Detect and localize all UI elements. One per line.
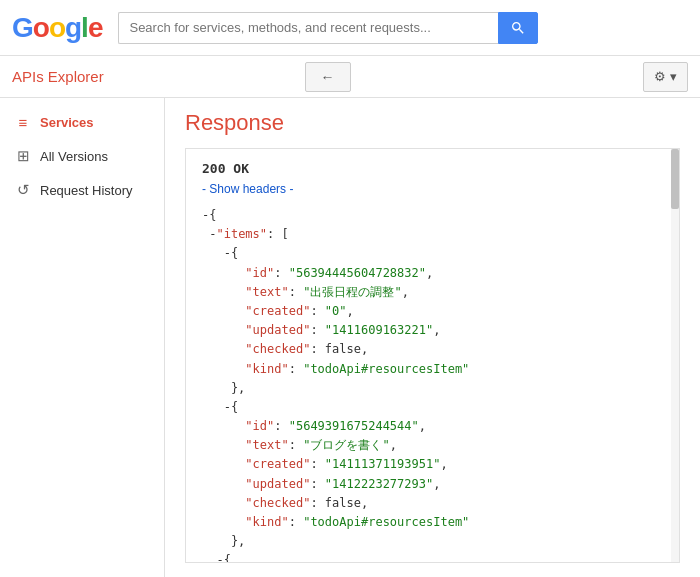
header: Google (0, 0, 700, 56)
scrollbar[interactable] (671, 149, 679, 562)
sub-header: APIs Explorer ← ⚙ ▾ (0, 56, 700, 98)
settings-button[interactable]: ⚙ ▾ (643, 62, 688, 92)
page-title: Response (185, 110, 680, 136)
json-line: "text": "出張日程の調整", (202, 283, 663, 302)
back-button[interactable]: ← (305, 62, 351, 92)
response-box: 200 OK - Show headers - -{ -"items": [ -… (185, 148, 680, 563)
json-line: -{ (202, 551, 663, 563)
apis-explorer-label: APIs Explorer (12, 68, 305, 85)
json-line: -{ (202, 206, 663, 225)
json-content: -{ -"items": [ -{ "id": "563944456047288… (202, 206, 663, 563)
grid-icon: ⊞ (14, 147, 32, 165)
back-icon: ← (321, 69, 335, 85)
json-line: "created": "14111371193951", (202, 455, 663, 474)
google-logo: Google (12, 12, 102, 44)
content-area: Response 200 OK - Show headers - -{ -"it… (165, 98, 700, 577)
json-line: "created": "0", (202, 302, 663, 321)
sidebar-item-label: Request History (40, 183, 132, 198)
sidebar-item-services[interactable]: ≡ Services (0, 106, 164, 139)
search-button[interactable] (498, 12, 538, 44)
json-line: "updated": "1412223277293", (202, 475, 663, 494)
search-input[interactable] (118, 12, 498, 44)
status-line: 200 OK (202, 161, 663, 176)
json-line: -"items": [ (202, 225, 663, 244)
list-icon: ≡ (14, 114, 32, 131)
json-line: }, (202, 379, 663, 398)
search-icon (510, 20, 526, 36)
json-line: "checked": false, (202, 494, 663, 513)
json-line: "id": "56394445604728832", (202, 264, 663, 283)
json-line: }, (202, 532, 663, 551)
search-bar (118, 12, 538, 44)
dropdown-arrow-icon: ▾ (670, 69, 677, 84)
sidebar: ≡ Services ⊞ All Versions ↺ Request Hist… (0, 98, 165, 577)
json-line: -{ (202, 244, 663, 263)
sidebar-item-request-history[interactable]: ↺ Request History (0, 173, 164, 207)
json-line: "checked": false, (202, 340, 663, 359)
json-line: "id": "5649391675244544", (202, 417, 663, 436)
sidebar-item-label: Services (40, 115, 94, 130)
show-headers-link[interactable]: - Show headers - (202, 182, 663, 196)
json-line: "updated": "1411609163221", (202, 321, 663, 340)
scrollbar-thumb[interactable] (671, 149, 679, 209)
history-icon: ↺ (14, 181, 32, 199)
sidebar-item-label: All Versions (40, 149, 108, 164)
sidebar-item-all-versions[interactable]: ⊞ All Versions (0, 139, 164, 173)
main-layout: ≡ Services ⊞ All Versions ↺ Request Hist… (0, 98, 700, 577)
json-line: "kind": "todoApi#resourcesItem" (202, 360, 663, 379)
json-line: "text": "ブログを書く", (202, 436, 663, 455)
json-line: "kind": "todoApi#resourcesItem" (202, 513, 663, 532)
json-line: -{ (202, 398, 663, 417)
gear-icon: ⚙ (654, 69, 666, 84)
